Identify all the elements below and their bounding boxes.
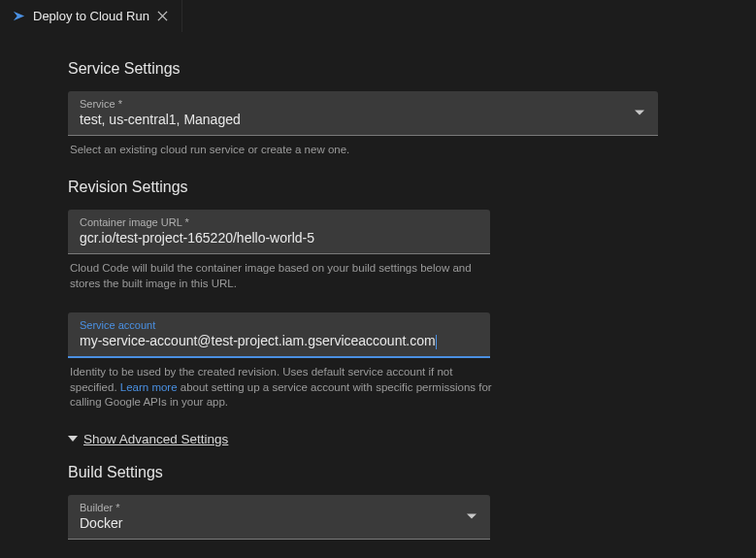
- service-account-label: Service account: [80, 319, 478, 331]
- triangle-down-icon: [68, 436, 78, 442]
- container-image-url-field[interactable]: Container image URL * gcr.io/test-projec…: [68, 210, 490, 254]
- form-content: Service Settings Service * test, us-cent…: [0, 33, 756, 558]
- builder-select-value: Docker: [80, 514, 478, 533]
- service-select[interactable]: Service * test, us-central1, Managed: [68, 91, 658, 136]
- tab-bar: Deploy to Cloud Run: [0, 0, 756, 33]
- service-select-value: test, us-central1, Managed: [80, 111, 646, 129]
- container-image-url-label: Container image URL *: [80, 216, 478, 228]
- show-advanced-settings-label: Show Advanced Settings: [83, 432, 228, 446]
- tab-title: Deploy to Cloud Run: [33, 9, 149, 23]
- builder-select[interactable]: Builder * Docker: [68, 495, 490, 540]
- builder-select-label: Builder *: [80, 502, 478, 513]
- container-image-help: Cloud Code will build the container imag…: [70, 261, 492, 291]
- show-advanced-settings-toggle[interactable]: Show Advanced Settings: [68, 432, 688, 446]
- chevron-down-icon: [467, 514, 477, 519]
- section-title-revision: Revision Settings: [68, 179, 688, 196]
- section-title-service: Service Settings: [68, 60, 688, 78]
- tab-deploy-cloud-run[interactable]: Deploy to Cloud Run: [0, 0, 182, 32]
- service-help-text: Select an existing cloud run service or …: [70, 143, 660, 158]
- chevron-down-icon: [635, 111, 644, 115]
- cloud-run-icon: [12, 9, 26, 23]
- service-account-field[interactable]: Service account my-service-account@test-…: [68, 312, 490, 358]
- text-cursor: [436, 335, 437, 349]
- close-icon[interactable]: [156, 10, 170, 23]
- service-account-value: my-service-account@test-project.iam.gser…: [80, 332, 478, 350]
- section-title-build: Build Settings: [68, 464, 688, 481]
- learn-more-link[interactable]: Learn more: [120, 381, 178, 393]
- container-image-url-value: gcr.io/test-project-165220/hello-world-5: [80, 229, 478, 247]
- service-select-label: Service *: [80, 98, 646, 110]
- service-account-help: Identity to be used by the created revis…: [70, 365, 492, 410]
